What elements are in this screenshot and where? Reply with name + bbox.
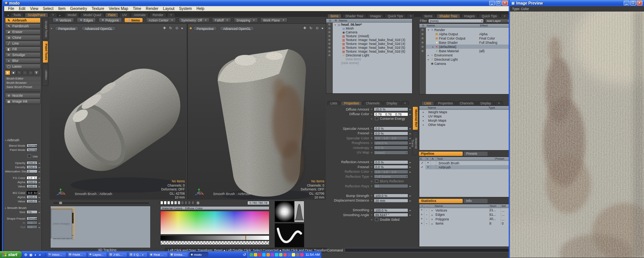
statistics-row[interactable]: + - ▸ Items 8 0 <box>419 222 510 226</box>
expander-icon[interactable]: ▸ <box>430 222 434 225</box>
name-column-header[interactable]: Name <box>338 19 347 22</box>
channel-toggle-icon[interactable] <box>370 209 373 212</box>
panel-tab[interactable]: Display <box>383 101 400 105</box>
panel-tab[interactable]: Lists <box>327 101 340 105</box>
property-value[interactable]: 0.0 % <box>374 126 408 131</box>
layout-tab[interactable]: + <box>167 13 175 17</box>
spinner-icon[interactable]: ◂▸ <box>408 132 412 135</box>
toolbar-dropdown[interactable]: Work Plane▼ <box>260 18 288 23</box>
color-swatch[interactable] <box>164 201 167 205</box>
panel-tab[interactable]: + <box>407 14 415 18</box>
menu-item[interactable]: View <box>28 6 41 11</box>
layout-tab[interactable]: Tools <box>10 13 24 17</box>
clock[interactable]: 11:54 AM <box>306 253 320 256</box>
spinner-icon[interactable]: ◂▸ <box>38 211 41 213</box>
active-cell[interactable] <box>431 161 436 165</box>
tray-icon[interactable] <box>279 253 283 256</box>
layer-effect[interactable]: Full Shading <box>479 41 510 45</box>
property-value[interactable]: 0.0 % <box>374 131 408 136</box>
collapse-minus[interactable]: - <box>424 217 429 222</box>
brush-link[interactable]: Brush Browser <box>5 81 41 85</box>
enable-check[interactable]: ✓ <box>419 165 426 169</box>
property-value[interactable]: 100.0 % <box>26 195 38 199</box>
color-swatch[interactable] <box>181 201 184 205</box>
layout-tab[interactable]: Model <box>64 13 79 17</box>
task-button[interactable]: ❖ Layou... <box>88 252 107 257</box>
property-value[interactable]: 0 <box>26 169 38 173</box>
tray-icon[interactable] <box>254 253 257 256</box>
value-slider[interactable] <box>160 235 269 240</box>
visible-dot[interactable]: • <box>426 161 431 165</box>
modo-titlebar[interactable]: ❖ modo ▁ ❐ ✕ <box>3 0 509 6</box>
item-row[interactable]: ⊙ ▩ Texture: Image: head_bake_final_02d … <box>326 50 412 53</box>
update-icon[interactable]: ↺ <box>243 253 246 257</box>
quicklaunch-icon[interactable]: ◉ <box>29 253 33 257</box>
alpha-slider[interactable] <box>160 241 269 245</box>
layout-tab[interactable]: Paint <box>105 13 118 17</box>
expand-plus[interactable]: + <box>419 213 424 217</box>
item-row[interactable]: (new item) <box>326 57 412 61</box>
menu-item[interactable]: File <box>6 6 16 11</box>
property-value[interactable]: 0.78 0.78 0.78 <box>374 112 408 116</box>
channel-toggle-icon[interactable] <box>370 137 373 139</box>
channel-toggle-icon[interactable] <box>370 165 373 168</box>
visibility-eye-icon[interactable]: ⊙ <box>419 32 426 36</box>
property-value[interactable]: 100.0 % <box>374 194 408 198</box>
property-value[interactable]: 0.0 % <box>374 146 408 150</box>
brush-shape-button[interactable]: T <box>34 70 39 75</box>
menu-item[interactable]: Vertex Map <box>107 6 131 11</box>
name-column-header[interactable]: Name <box>426 24 479 27</box>
panel-tab[interactable]: Shader Tree <box>436 14 460 18</box>
shader-layer-row[interactable]: ▸ ☀ Directional Light <box>419 57 510 61</box>
tray-icon[interactable] <box>296 253 299 256</box>
property-value[interactable]: 0.0 % <box>374 165 408 169</box>
spinner-icon[interactable]: ◂▸ <box>408 137 412 139</box>
channel-toggle-icon[interactable] <box>370 161 373 164</box>
channel-toggle-icon[interactable] <box>370 146 373 149</box>
tool-button[interactable]: ╱ Line <box>5 41 41 46</box>
property-value[interactable]: 100.0 % <box>374 208 408 212</box>
spinner-icon[interactable]: ◂▸ <box>408 113 412 116</box>
channel-toggle-icon[interactable] <box>370 170 373 173</box>
viewport-menu-icon[interactable]: ▸ <box>181 26 183 30</box>
tool-button[interactable]: ⊞ Clone <box>5 35 41 40</box>
map-group-row[interactable]: ▸ Morph Maps <box>419 118 510 122</box>
property-value[interactable]: 64 <box>374 184 408 188</box>
toolbar-dropdown[interactable]: Action Center▼ <box>146 18 176 23</box>
spinner-icon[interactable]: ◂▸ <box>408 108 412 111</box>
tray-icon[interactable] <box>262 253 266 256</box>
stone-mesh-left[interactable] <box>49 24 186 200</box>
item-row[interactable]: (new scene) <box>326 61 412 65</box>
panel-tab[interactable]: Channels <box>457 101 476 105</box>
tray-icon[interactable] <box>266 253 270 256</box>
panel-tab[interactable]: Shader Tree <box>342 14 366 18</box>
expand-plus[interactable]: + <box>419 222 424 226</box>
statistics-info-tab[interactable]: Info <box>464 199 488 203</box>
tool-button[interactable]: ✏ Smudge <box>5 52 41 58</box>
visibility-eye-icon[interactable]: ⊙ <box>419 40 426 45</box>
color-swatch[interactable] <box>174 201 177 205</box>
color-swatch[interactable] <box>160 201 163 205</box>
property-value[interactable]: Blurry Reflection <box>374 179 408 184</box>
menu-item[interactable]: Texture <box>89 6 107 11</box>
expander-icon[interactable]: ▾ <box>427 28 430 31</box>
expand-plus[interactable]: + <box>419 217 424 222</box>
tool-button[interactable]: ✎ Paintbrush <box>5 23 41 29</box>
property-value[interactable]: Full Scene <box>374 174 408 179</box>
menu-item[interactable]: Layout <box>161 6 177 11</box>
property-value[interactable]: Smooth <box>26 217 38 220</box>
visibility-eye-icon[interactable]: ⊙ <box>326 53 333 57</box>
property-value[interactable]: Normal <box>26 144 38 147</box>
pan-icon[interactable]: ✚ <box>303 26 306 30</box>
command-input[interactable] <box>345 248 510 252</box>
tray-icon[interactable] <box>283 253 287 256</box>
visibility-eye-icon[interactable]: ⊙ <box>326 34 333 38</box>
property-value[interactable]: Double Sided <box>374 218 408 222</box>
expander-icon[interactable]: ▸ <box>430 218 434 220</box>
property-value[interactable]: Normal Proj ... <box>26 148 38 152</box>
layout-tab[interactable]: UV <box>119 13 130 17</box>
statistics-header[interactable]: Statistics <box>419 199 463 203</box>
property-value[interactable]: 1.0 1.0 1.0 <box>26 176 38 180</box>
panel-tab[interactable]: + <box>501 14 509 18</box>
material-vertical-tab[interactable]: Material Ref <box>412 106 418 130</box>
